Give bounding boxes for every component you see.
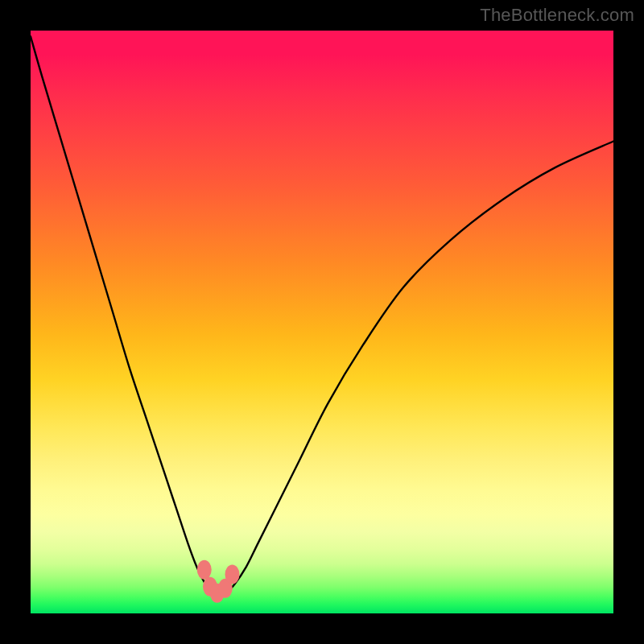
- bottleneck-curve: [31, 31, 613, 613]
- watermark-text: TheBottleneck.com: [480, 5, 634, 26]
- plot-area: [31, 31, 613, 613]
- curve-marker: [225, 564, 240, 584]
- curve-marker: [197, 560, 212, 580]
- curve-path: [31, 36, 613, 596]
- chart-frame: TheBottleneck.com: [0, 0, 644, 644]
